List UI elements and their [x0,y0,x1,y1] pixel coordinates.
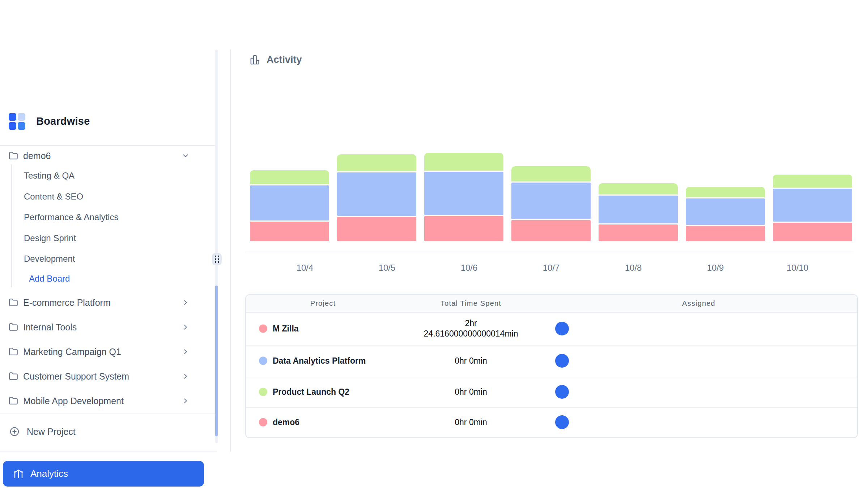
chart-bar[interactable] [686,187,765,241]
chart-segment-data-analytics-platform [337,172,416,216]
chart-segment-product-launch-q2 [599,183,678,194]
table-header: ProjectTotal Time SpentAssigned [246,295,857,313]
x-axis-label: 10/8 [612,263,655,273]
logo-square [18,113,25,121]
sidebar-project-item[interactable]: Internal Tools [0,318,203,337]
sidebar-board-item[interactable]: Design Sprint [24,230,179,246]
chevron-right-icon[interactable] [182,397,190,405]
sidebar-board-item[interactable]: Testing & QA [24,168,179,184]
divider [0,451,217,451]
logo-square [9,113,16,121]
new-project-label: New Project [27,427,76,437]
total-time-spent: 2hr24.616000000000014min [399,318,543,339]
chart-segment-data-analytics-platform [599,196,678,223]
project-color-dot [259,388,267,396]
brand-title: Boardwise [36,115,90,127]
assigned-avatar[interactable] [555,322,569,335]
divider [0,145,217,146]
sidebar-project-item[interactable]: E-commerce Platform [0,293,203,312]
sidebar-item-label: E-commerce Platform [23,297,111,308]
project-color-dot [259,357,267,365]
sidebar-project-item[interactable]: Marketing Campaign Q1 [0,342,203,361]
assigned-avatar[interactable] [555,385,569,399]
chevron-right-icon[interactable] [182,299,190,307]
chart-segment-product-launch-q2 [511,166,591,181]
chart-bar[interactable] [250,170,329,241]
folder-icon [9,372,18,381]
logo-square [9,122,16,130]
sidebar-resize-handle[interactable] [212,253,222,265]
sidebar-project-item[interactable]: Customer Support System [0,367,203,386]
sidebar-item-label: demo6 [23,151,51,161]
chart-bar[interactable] [773,175,852,241]
assigned-avatar[interactable] [555,354,569,368]
chart-baseline [245,252,854,252]
chart-segment-m-zilla [337,217,416,241]
folder-icon [9,322,18,332]
analytics-chart-icon [13,468,24,479]
x-axis-label: 10/7 [529,263,573,273]
chart-segment-data-analytics-platform [424,172,503,215]
sidebar-scrollbar-thumb[interactable] [215,286,218,436]
chart-bar[interactable] [424,153,503,241]
x-axis-label: 10/5 [365,263,409,273]
chart-segment-m-zilla [250,222,329,241]
chart-segment-data-analytics-platform [511,183,591,219]
new-project-button[interactable]: New Project [0,422,203,441]
table-row: Product Launch Q20hr 0min [246,377,857,408]
chevron-right-icon[interactable] [182,348,190,356]
chevron-down-icon[interactable] [182,152,190,160]
project-name: Data Analytics Platform [273,356,366,366]
chart-segment-data-analytics-platform [773,189,852,222]
sidebar-board-item[interactable]: Content & SEO [24,189,179,205]
column-header-project: Project [310,295,336,312]
column-header-total-time-spent: Total Time Spent [441,295,501,312]
chart-bar[interactable] [599,183,678,241]
chart-segment-product-launch-q2 [337,154,416,171]
table-row: Data Analytics Platform0hr 0min [246,345,857,377]
project-color-dot [259,418,267,427]
project-name: Product Launch Q2 [273,387,349,397]
plus-circle-icon [9,427,20,437]
total-time-spent: 0hr 0min [399,417,543,428]
chevron-right-icon[interactable] [182,323,190,331]
bar-chart-icon [250,54,261,65]
project-name: M Zilla [273,324,299,333]
chart-segment-m-zilla [686,226,765,241]
sidebar-board-item[interactable]: Performance & Analytics [24,209,179,225]
x-axis-label: 10/10 [776,263,819,273]
logo-square [18,122,25,130]
indent-guide [11,164,12,287]
project-color-dot [259,324,267,333]
chevron-right-icon[interactable] [182,372,190,380]
chart-segment-product-launch-q2 [773,175,852,188]
chart-segment-m-zilla [511,220,591,241]
sidebar: Boardwise demo6 Testing & QAContent & SE… [0,50,217,443]
analytics-label: Analytics [30,468,68,479]
activity-title: Activity [267,54,302,65]
chart-bar[interactable] [337,154,416,241]
chart-segment-product-launch-q2 [250,170,329,184]
assigned-avatar[interactable] [555,415,569,429]
sidebar-item-demo6[interactable]: demo6 [0,146,203,165]
sidebar-project-item[interactable]: Mobile App Development [0,391,203,410]
panel-divider [230,50,231,452]
chart-segment-data-analytics-platform [250,185,329,221]
total-time-spent: 0hr 0min [399,356,543,366]
activity-header: Activity [250,54,302,65]
folder-icon [9,347,18,356]
chart-bar[interactable] [511,166,591,241]
project-name: demo6 [273,418,299,427]
app-logo-icon [9,113,25,130]
add-board-button[interactable]: Add Board [29,271,101,287]
chart-segment-product-launch-q2 [686,187,765,197]
sidebar-item-label: Customer Support System [23,371,129,382]
sidebar-board-item[interactable]: Development [24,251,179,267]
chart-segment-data-analytics-platform [686,198,765,225]
chart-segment-m-zilla [599,224,678,241]
table-row: M Zilla2hr24.616000000000014min [246,312,857,346]
analytics-button[interactable]: Analytics [3,461,204,487]
sidebar-item-label: Internal Tools [23,322,77,333]
folder-icon [9,151,18,160]
column-header-assigned: Assigned [682,295,715,312]
